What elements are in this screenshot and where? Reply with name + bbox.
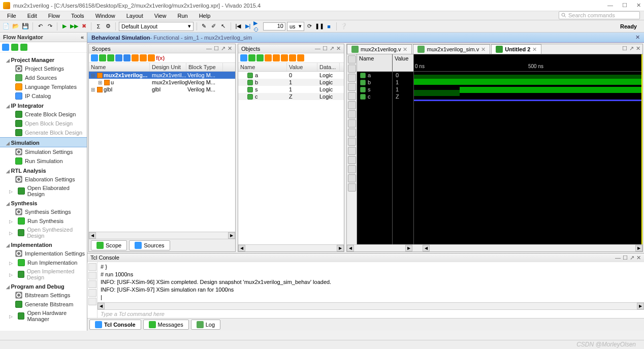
go-end-icon[interactable]: [348, 110, 356, 118]
step-icon[interactable]: ▶▶: [70, 22, 78, 30]
next-trans-icon[interactable]: [348, 129, 356, 137]
close-sim-icon[interactable]: ✕: [635, 34, 640, 41]
search-nav-icon[interactable]: [2, 44, 9, 51]
close-icon[interactable]: ✕: [636, 45, 640, 53]
stop-icon[interactable]: ■: [325, 22, 333, 30]
filter3-icon[interactable]: [281, 54, 288, 61]
open-icon[interactable]: 📂: [12, 22, 20, 30]
inst-icon[interactable]: [132, 54, 139, 61]
max-icon[interactable]: ☐: [623, 255, 628, 261]
min-icon[interactable]: —: [315, 45, 320, 52]
expand-toggle-icon[interactable]: [91, 72, 96, 78]
nav-run-implementation[interactable]: Run Implementation: [0, 258, 87, 267]
inst2-icon[interactable]: [140, 54, 147, 61]
col-name[interactable]: Name: [89, 63, 150, 71]
menu-run[interactable]: Run: [172, 13, 192, 19]
zoom-out-icon[interactable]: [348, 74, 356, 82]
add-marker-icon[interactable]: [348, 138, 356, 146]
menu-file[interactable]: File: [2, 13, 21, 19]
collapse-icon[interactable]: «: [81, 34, 84, 40]
scroll-left[interactable]: ◀: [347, 245, 354, 251]
menu-window[interactable]: Window: [90, 13, 120, 19]
tab-log[interactable]: Log: [191, 320, 220, 330]
filter4-icon[interactable]: [289, 54, 296, 61]
section-program-and-debug[interactable]: Program and Debug: [0, 281, 87, 291]
redo-icon[interactable]: ↷: [46, 22, 54, 30]
menu-view[interactable]: View: [149, 13, 172, 19]
wave-signal-name[interactable]: a: [357, 72, 392, 79]
nav-generate-bitstream[interactable]: Generate Bitstream: [0, 300, 87, 309]
pause-icon[interactable]: ❚❚: [315, 22, 324, 30]
cancel-icon[interactable]: ✖: [80, 22, 88, 30]
max-icon[interactable]: ☐: [214, 45, 219, 52]
section-rtl-analysis[interactable]: RTL Analysis: [0, 166, 87, 175]
section-simulation[interactable]: Simulation: [0, 137, 87, 147]
maximize-button[interactable]: ☐: [622, 2, 627, 9]
nav-run-simulation[interactable]: Run Simulation: [0, 156, 87, 166]
save-icon[interactable]: 💾: [21, 22, 29, 30]
nav-project-settings[interactable]: Project Settings: [0, 64, 87, 73]
section-ip-integrator[interactable]: IP Integrator: [0, 101, 87, 110]
filter5-icon[interactable]: [297, 54, 304, 61]
min-icon[interactable]: —: [206, 45, 212, 52]
tab-tcl-console[interactable]: Tcl Console: [89, 320, 141, 330]
filter-icon[interactable]: [115, 54, 122, 61]
nav-simulation-settings[interactable]: Simulation Settings: [0, 147, 87, 156]
object-row[interactable]: cZLogic: [238, 93, 344, 100]
pop-icon[interactable]: ↗: [630, 255, 634, 261]
max-icon[interactable]: ☐: [323, 45, 328, 52]
scope-row[interactable]: mux2x1verilog...mux2x1veril...Verilog M.…: [89, 72, 235, 79]
nav-open-implemented-design[interactable]: Open Implemented Design: [0, 267, 87, 281]
close-tab-icon[interactable]: ✕: [532, 46, 537, 53]
close-button[interactable]: ✕: [636, 2, 641, 9]
search-icon[interactable]: [88, 289, 96, 297]
pointer-icon[interactable]: ↖: [219, 22, 228, 30]
layout-combobox[interactable]: Default Layout▾: [119, 22, 194, 31]
close-icon[interactable]: ✕: [336, 45, 341, 52]
play-icon[interactable]: ▶: [60, 22, 69, 30]
nav-elaboration-settings[interactable]: Elaboration Settings: [0, 175, 87, 184]
nav-language-templates[interactable]: Language Templates: [0, 82, 87, 91]
object-row[interactable]: b1Logic: [238, 79, 344, 86]
nav-bitstream-settings[interactable]: Bitstream Settings: [0, 291, 87, 300]
col-unit[interactable]: Design Unit: [150, 63, 186, 71]
col-block[interactable]: Block Type: [186, 63, 223, 71]
minimize-button[interactable]: —: [607, 2, 613, 9]
nav-open-block-design[interactable]: Open Block Design: [0, 119, 87, 128]
expand-toggle-icon[interactable]: [98, 79, 103, 85]
tab-sources[interactable]: Sources: [129, 240, 170, 250]
cursor-line[interactable]: [641, 54, 642, 244]
tab-src-2[interactable]: mux2x1verilog_sim.v✕: [413, 44, 490, 54]
clear-icon[interactable]: [88, 263, 96, 271]
tab-src-1[interactable]: mux2x1verilog.v✕: [347, 44, 412, 54]
gear-icon[interactable]: ⚙: [104, 22, 112, 30]
search-icon[interactable]: [91, 54, 98, 61]
run-all-icon[interactable]: ▶|: [244, 22, 252, 30]
pause-icon[interactable]: [88, 280, 96, 288]
expand-icon[interactable]: [248, 54, 255, 61]
menu-layout[interactable]: Layout: [121, 13, 148, 19]
max-icon[interactable]: ☐: [622, 45, 627, 53]
nav-generate-block-design[interactable]: Generate Block Design: [0, 128, 87, 137]
scroll-right[interactable]: ▶: [337, 245, 344, 251]
zoom-cursor-icon[interactable]: [348, 92, 356, 100]
tab-untitled[interactable]: Untitled 2✕: [491, 44, 541, 54]
scroll-right[interactable]: ▶: [228, 232, 235, 239]
zoom-fit-icon[interactable]: [348, 83, 356, 91]
next-marker-icon[interactable]: [348, 156, 356, 164]
swap-icon[interactable]: [348, 165, 356, 173]
nav-open-elaborated-design[interactable]: Open Elaborated Design: [0, 184, 87, 198]
collapse-all-icon[interactable]: [11, 44, 18, 51]
col-value[interactable]: Value: [287, 63, 317, 71]
run-for-icon[interactable]: ▶⏲: [253, 22, 262, 30]
close-tab-icon[interactable]: ✕: [481, 46, 486, 53]
nav-open-hardware-manager[interactable]: Open Hardware Manager: [0, 309, 87, 323]
nav-add-sources[interactable]: Add Sources: [0, 73, 87, 82]
tcl-command-input[interactable]: Type a Tcl command here: [98, 309, 644, 318]
object-row[interactable]: a0Logic: [238, 72, 344, 79]
pop-icon[interactable]: ↗: [221, 45, 226, 52]
collapse-icon[interactable]: [256, 54, 264, 61]
nav-ip-catalog[interactable]: IP Catalog: [0, 91, 87, 101]
scroll-right[interactable]: ▶: [405, 245, 412, 251]
search-icon[interactable]: [240, 54, 247, 61]
